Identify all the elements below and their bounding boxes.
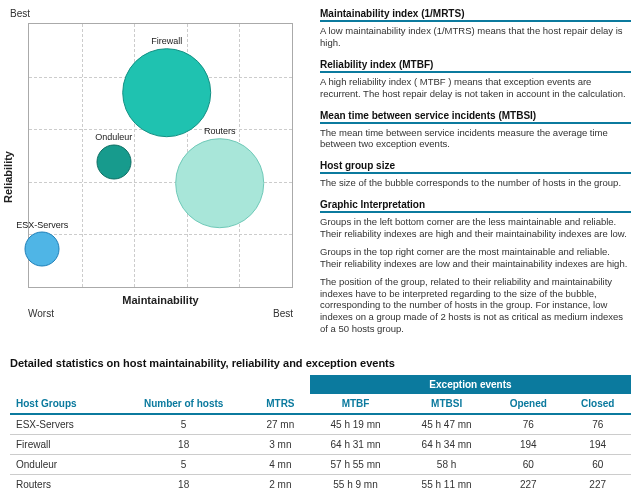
- table-cell: 60: [492, 455, 564, 475]
- table-title: Detailed statistics on host maintainabil…: [10, 357, 631, 369]
- table-row: Firewall183 mn64 h 31 mn64 h 34 mn194194: [10, 435, 631, 455]
- col-host-groups: Host Groups: [10, 394, 117, 414]
- table-cell: 64 h 31 mn: [310, 435, 401, 455]
- legend-paragraph: The position of the group, related to th…: [320, 276, 631, 335]
- stats-table: Exception events Host Groups Number of h…: [10, 375, 631, 494]
- x-axis-label: Maintainability: [28, 294, 293, 306]
- legend-text: A high reliability index ( MTBF ) means …: [320, 76, 631, 100]
- table-cell: 2 mn: [251, 475, 310, 495]
- stats-table-section: Detailed statistics on host maintainabil…: [10, 357, 631, 494]
- chart-column: Best Reliability ESX-ServersOnduleurFire…: [10, 8, 310, 345]
- table-cell: 76: [492, 414, 564, 435]
- table-cell: 5: [117, 455, 251, 475]
- legend-title: Host group size: [320, 160, 631, 174]
- legend-reliability: Reliability index (MTBF) A high reliabil…: [320, 59, 631, 100]
- table-row: ESX-Servers527 mn45 h 19 mn45 h 47 mn767…: [10, 414, 631, 435]
- table-cell: 194: [492, 435, 564, 455]
- table-cell: 45 h 47 mn: [401, 414, 492, 435]
- table-cell: 60: [564, 455, 631, 475]
- table-cell: Firewall: [10, 435, 117, 455]
- table-cell: 55 h 11 mn: [401, 475, 492, 495]
- table-cell: 227: [564, 475, 631, 495]
- col-mtrs: MTRS: [251, 394, 310, 414]
- table-cell: 227: [492, 475, 564, 495]
- bubble-routers: [175, 138, 265, 228]
- legend-mtbsi: Mean time between service incidents (MTB…: [320, 110, 631, 151]
- legend-text: A low maintainability index (1/MTRS) mea…: [320, 25, 631, 49]
- legend-paragraph: Groups in the left bottom corner are the…: [320, 216, 631, 240]
- legend-text: The size of the bubble corresponds to th…: [320, 177, 631, 189]
- table-row: Onduleur54 mn57 h 55 mn58 h6060: [10, 455, 631, 475]
- table-cell: ESX-Servers: [10, 414, 117, 435]
- bubble-firewall: [122, 48, 212, 138]
- legend-column: Maintainability index (1/MRTS) A low mai…: [320, 8, 631, 345]
- table-row: Routers182 mn55 h 9 mn55 h 11 mn227227: [10, 475, 631, 495]
- axis-best-bottom: Best: [273, 308, 293, 319]
- y-axis-label: Reliability: [2, 151, 14, 203]
- table-cell: 3 mn: [251, 435, 310, 455]
- legend-size: Host group size The size of the bubble c…: [320, 160, 631, 189]
- legend-maintainability: Maintainability index (1/MRTS) A low mai…: [320, 8, 631, 49]
- table-cell: 194: [564, 435, 631, 455]
- table-group-header-row: Exception events: [10, 375, 631, 394]
- axis-bottom-labels: Worst Best: [28, 308, 293, 319]
- col-mtbsi: MTBSI: [401, 394, 492, 414]
- table-cell: 64 h 34 mn: [401, 435, 492, 455]
- col-mtbf: MTBF: [310, 394, 401, 414]
- col-opened: Opened: [492, 394, 564, 414]
- table-cell: 18: [117, 475, 251, 495]
- bubble-esx-servers: [25, 232, 60, 267]
- table-cell: 27 mn: [251, 414, 310, 435]
- bubble-chart: ESX-ServersOnduleurFirewallRouters: [28, 23, 293, 288]
- legend-text: Groups in the left bottom corner are the…: [320, 216, 631, 335]
- table-cell: 55 h 9 mn: [310, 475, 401, 495]
- table-cell: Onduleur: [10, 455, 117, 475]
- legend-text: The mean time between service incidents …: [320, 127, 631, 151]
- legend-paragraph: Groups in the top right corner are the m…: [320, 246, 631, 270]
- table-cell: 4 mn: [251, 455, 310, 475]
- legend-title: Mean time between service incidents (MTB…: [320, 110, 631, 124]
- table-cell: Routers: [10, 475, 117, 495]
- col-number-hosts: Number of hosts: [117, 394, 251, 414]
- bubble-label: Firewall: [151, 36, 182, 46]
- top-panel: Best Reliability ESX-ServersOnduleurFire…: [10, 8, 631, 345]
- table-cell: 58 h: [401, 455, 492, 475]
- legend-interpretation: Graphic Interpretation Groups in the lef…: [320, 199, 631, 335]
- bubble-onduleur: [96, 144, 131, 179]
- table-cell: 76: [564, 414, 631, 435]
- bubble-label: Onduleur: [95, 132, 132, 142]
- legend-title: Reliability index (MTBF): [320, 59, 631, 73]
- bubble-label: Routers: [204, 126, 236, 136]
- bubble-label: ESX-Servers: [16, 220, 68, 230]
- axis-best-top: Best: [10, 8, 310, 19]
- legend-title: Maintainability index (1/MRTS): [320, 8, 631, 22]
- table-cell: 5: [117, 414, 251, 435]
- table-header-row: Host Groups Number of hosts MTRS MTBF MT…: [10, 394, 631, 414]
- legend-title: Graphic Interpretation: [320, 199, 631, 213]
- table-cell: 18: [117, 435, 251, 455]
- table-cell: 45 h 19 mn: [310, 414, 401, 435]
- group-header: Exception events: [310, 375, 631, 394]
- axis-worst-bottom: Worst: [28, 308, 54, 319]
- table-cell: 57 h 55 mn: [310, 455, 401, 475]
- col-closed: Closed: [564, 394, 631, 414]
